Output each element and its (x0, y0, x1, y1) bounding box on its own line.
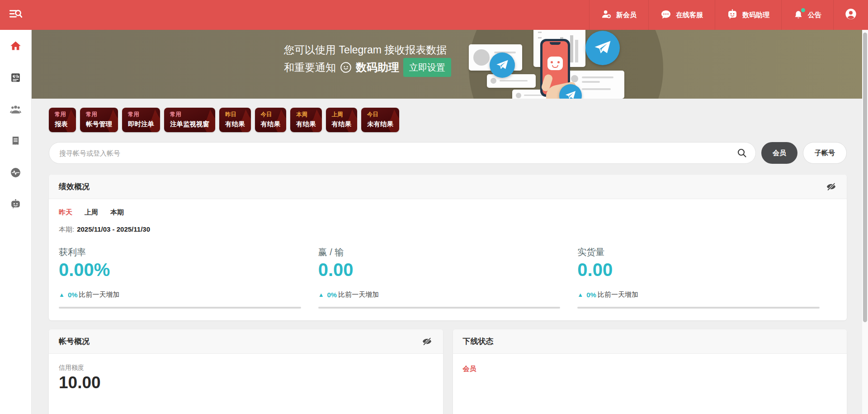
home-icon (9, 40, 22, 54)
metric-label: 实货量 (577, 246, 837, 258)
robot-assistant-icon (10, 199, 21, 212)
sidebar-item-reports[interactable] (6, 69, 25, 88)
banner-illustration (477, 31, 635, 99)
badge-tag: 上周 (332, 111, 352, 119)
triangle-up-icon: ▲ (577, 291, 583, 298)
telegram-promo-banner: 您可以使用 Telegram 接收报表数据 和重要通知 数码助理 立即设置 (32, 30, 862, 99)
badge-label: 即时注单 (128, 120, 154, 128)
banner-setup-button[interactable]: 立即设置 (403, 58, 451, 77)
performance-overview-card: 绩效概况 昨天 上周 本期 本期:2025/11/03 - 2025/11/30 (49, 175, 847, 320)
banner-robot-icon (340, 62, 352, 73)
notification-dot (801, 8, 805, 12)
page-scrollbar[interactable] (862, 30, 868, 414)
nav-item-digital-assistant[interactable]: 数码助理 (715, 0, 781, 30)
banner-bot-name: 数码助理 (356, 59, 399, 76)
downline-status-card: 下线状态 会员 (453, 329, 847, 414)
robot-bubble-icon (727, 9, 738, 21)
bottom-cards-row: 帐号概况 信用额度 10.00 下线状态 会员 (49, 329, 847, 414)
badge-label: 有结果 (332, 120, 352, 128)
sidebar-item-accounts[interactable] (6, 100, 25, 119)
period-value: 2025/11/03 - 2025/11/30 (77, 225, 150, 233)
quick-link-bet-monitor[interactable]: 常用 注单监视视窗 (164, 108, 215, 132)
telegram-icon (585, 31, 620, 65)
delta-text: 比前一天增加 (598, 290, 638, 299)
metric-value: 0.00% (59, 259, 318, 280)
metric-progress-bar (577, 307, 820, 309)
delta-text: 比前一天增加 (338, 290, 379, 299)
delta-percent: 0% (586, 291, 596, 299)
period-line: 本期:2025/11/03 - 2025/11/30 (59, 225, 837, 234)
quick-link-reports[interactable]: 常用 报表 (49, 108, 76, 132)
downline-members-tab[interactable]: 会员 (463, 365, 476, 373)
account-menu-button[interactable] (833, 0, 868, 30)
badge-tag: 本周 (296, 111, 316, 119)
sidebar-item-bet-list[interactable] (6, 132, 25, 151)
tab-last-week[interactable]: 上周 (85, 208, 98, 217)
nav-item-announcements[interactable]: 公告 (781, 0, 833, 30)
quick-link-today-results[interactable]: 今日 有结果 (255, 108, 287, 132)
badge-label: 有结果 (296, 120, 316, 128)
account-card-header: 帐号概况 (49, 329, 443, 354)
badge-label: 有结果 (225, 120, 245, 128)
tab-yesterday[interactable]: 昨天 (59, 208, 72, 217)
menu-search-icon (9, 8, 23, 22)
top-nav: 新会员 在线客服 (589, 0, 868, 30)
sidebar-item-home[interactable] (6, 37, 25, 56)
robot-face-icon (547, 57, 563, 70)
account-card-body: 信用额度 10.00 (49, 354, 443, 402)
quick-link-yesterday-results[interactable]: 昨日 有结果 (219, 108, 251, 132)
search-input[interactable] (59, 149, 736, 157)
quick-link-account-management[interactable]: 常用 帐号管理 (80, 108, 118, 132)
metric-delta: ▲ 0% 比前一天增加 (59, 290, 318, 299)
badge-tag: 今日 (261, 111, 281, 119)
filter-members-button[interactable]: 会员 (761, 142, 797, 164)
nav-item-label: 在线客服 (676, 11, 703, 19)
downline-card-header: 下线状态 (453, 329, 847, 354)
scrollbar-thumb[interactable] (863, 33, 867, 322)
badge-label: 报表 (55, 120, 70, 128)
nav-item-new-member[interactable]: 新会员 (589, 0, 648, 30)
badge-label: 注单监视视窗 (170, 120, 209, 128)
hide-card-button[interactable] (825, 181, 837, 193)
quick-link-live-bets[interactable]: 常用 即时注单 (122, 108, 160, 132)
filter-subaccounts-button[interactable]: 子帐号 (803, 142, 847, 164)
metric-delta: ▲ 0% 比前一天增加 (577, 290, 837, 299)
quick-link-thisweek-results[interactable]: 本周 有结果 (290, 108, 322, 132)
left-sidebar (0, 30, 32, 414)
downline-card-title: 下线状态 (463, 336, 494, 347)
bell-icon (793, 10, 803, 20)
account-circle-icon (844, 8, 857, 22)
hide-card-button[interactable] (421, 336, 433, 347)
metric-delta: ▲ 0% 比前一天增加 (318, 290, 578, 299)
quick-link-lastweek-results[interactable]: 上周 有结果 (326, 108, 358, 132)
badge-label: 帐号管理 (86, 120, 112, 128)
telegram-icon (490, 52, 515, 78)
metric-value: 0.00 (577, 259, 837, 280)
users-icon (9, 104, 22, 117)
delta-percent: 0% (68, 291, 78, 299)
chat-dots-icon (660, 9, 671, 21)
nav-item-label: 公告 (808, 11, 821, 19)
search-box[interactable] (49, 142, 756, 164)
metric-value: 0.00 (318, 259, 578, 280)
banner-line1: 您可以使用 Telegram 接收报表数据 (284, 42, 451, 58)
metric-progress-bar (59, 307, 301, 309)
menu-toggle-button[interactable] (0, 0, 32, 30)
performance-card-body: 昨天 上周 本期 本期:2025/11/03 - 2025/11/30 获利率 … (49, 199, 847, 320)
sidebar-item-assistant[interactable] (6, 195, 25, 214)
account-card-title: 帐号概况 (59, 336, 90, 347)
badge-tag: 常用 (128, 111, 154, 119)
metric-turnover: 实货量 0.00 ▲ 0% 比前一天增加 (577, 246, 837, 309)
banner-text: 您可以使用 Telegram 接收报表数据 和重要通知 数码助理 立即设置 (284, 42, 451, 77)
main-content: 常用 报表 常用 帐号管理 常用 即时注单 常用 注单监视视窗 昨日 有结果 今… (32, 99, 862, 414)
top-header: 新会员 在线客服 (0, 0, 868, 30)
tab-current-period[interactable]: 本期 (110, 208, 124, 217)
quick-link-today-no-results[interactable]: 今日 未有结果 (361, 108, 399, 132)
nav-item-online-service[interactable]: 在线客服 (648, 0, 715, 30)
metric-profit-rate: 获利率 0.00% ▲ 0% 比前一天增加 (59, 246, 318, 309)
search-icon[interactable] (736, 148, 747, 158)
sidebar-item-activity[interactable] (6, 164, 25, 183)
nav-item-label: 新会员 (616, 11, 637, 19)
user-plus-icon (601, 9, 612, 21)
badge-label: 有结果 (261, 120, 281, 128)
